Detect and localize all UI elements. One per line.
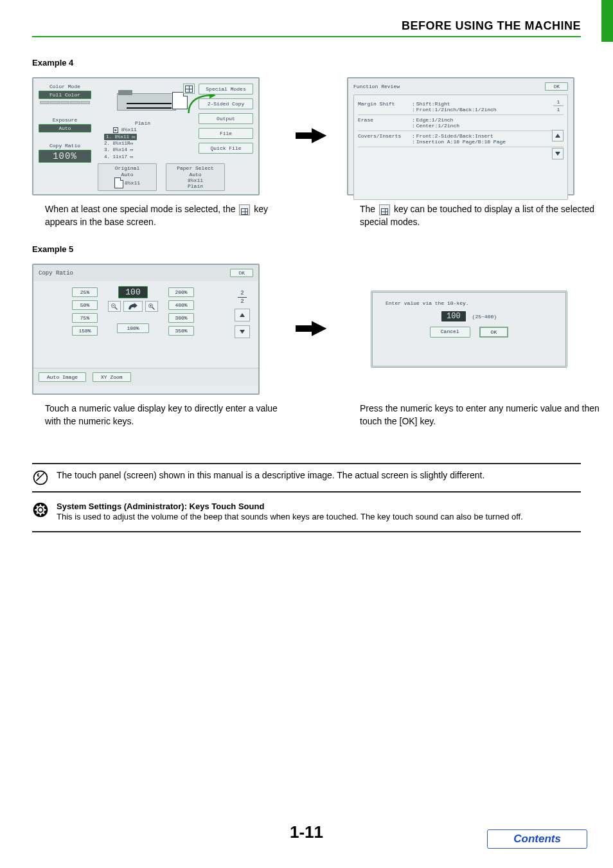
paper-select-card[interactable]: Paper Select Auto 8½x11 Plain [166, 163, 225, 191]
page-counter: 11 [553, 99, 564, 113]
copy-ratio-ok-button[interactable]: OK [230, 269, 253, 277]
preset-300-button[interactable]: 300% [168, 313, 194, 323]
example5-caption-left: Touch a numeric value display key to dir… [32, 402, 289, 428]
erase-label: Erase [358, 117, 408, 123]
svg-point-7 [34, 471, 48, 485]
example5-heading: Example 5 [32, 244, 581, 254]
exposure-label: Exposure [39, 117, 91, 123]
numeric-ok-button[interactable]: OK [479, 327, 509, 338]
copy-base-screen-panel: Color Mode Full Color Exposure Auto Copy… [32, 77, 260, 195]
list-key-icon [239, 204, 250, 215]
tray-1[interactable]: 1. 8½x11 ▭ [104, 134, 188, 140]
gear-icon [32, 502, 49, 518]
ratio-value-display[interactable]: 100 [118, 286, 147, 298]
preset-50-button[interactable]: 50% [72, 300, 98, 310]
scroll-down-button[interactable] [552, 148, 564, 159]
svg-line-1 [115, 307, 118, 309]
cursor-icon [127, 303, 139, 311]
preset-400-button[interactable]: 400% [168, 300, 194, 310]
page-icon [114, 177, 123, 188]
svg-point-9 [39, 509, 42, 512]
copy-ratio-panel: Copy Ratio OK 25% 50% 75% 150% 100 [32, 264, 260, 395]
tray-2[interactable]: 2. 8½x11R▭ [104, 140, 188, 147]
copy-ratio-label: Copy Ratio [39, 143, 91, 149]
paper-type-indicator: Plain ▶ 8½x11 [104, 120, 188, 132]
covers-inserts-label: Covers/Inserts [358, 133, 408, 139]
note-text: The touch panel (screen) shown in this m… [57, 469, 581, 482]
output-button[interactable]: Output [199, 113, 253, 124]
zoom-out-icon [111, 303, 118, 311]
xy-zoom-button[interactable]: XY Zoom [93, 372, 131, 382]
two-sided-copy-button[interactable]: 2-Sided Copy [199, 98, 253, 109]
color-mode-label: Color Mode [39, 84, 91, 89]
numeric-entry-panel: Enter value via the 10-key. 100 (25~400)… [371, 291, 567, 368]
function-review-panel: Function Review OK Margin Shift Shift:Ri… [347, 77, 574, 195]
example4-caption-left: When at least one special mode is select… [32, 203, 289, 228]
header-green-bar [601, 0, 613, 42]
preset-75-button[interactable]: 75% [72, 313, 98, 323]
list-key-icon [379, 204, 390, 215]
example4-caption-right: The key can be touched to display a list… [347, 203, 604, 228]
arrow-up-icon [240, 313, 245, 317]
preset-25-button[interactable]: 25% [72, 287, 98, 297]
scroll-up-button[interactable] [552, 130, 564, 141]
ratio-scroll-down-button[interactable] [235, 325, 250, 338]
tray-4[interactable]: 4. 11x17 ▭ [104, 154, 188, 160]
preset-350-button[interactable]: 350% [168, 326, 194, 336]
margin-shift-label: Margin Shift [358, 101, 408, 107]
special-modes-button[interactable]: Special Modes [199, 84, 253, 95]
arrow-down-icon [555, 152, 560, 156]
transition-arrow-icon [296, 126, 328, 147]
page-header: BEFORE USING THE MACHINE [32, 19, 581, 37]
quick-file-button[interactable]: Quick File [199, 143, 253, 154]
preset-150-button[interactable]: 150% [72, 326, 98, 336]
margin-shift-value: Shift:RightFront:1/2inch/Back:1/2inch [412, 101, 497, 113]
example5-caption-right: Press the numeric keys to enter any nume… [347, 402, 604, 428]
zoom-out-button[interactable] [108, 301, 121, 312]
preset-200-button[interactable]: 200% [168, 287, 194, 297]
preset-100-button[interactable]: 100% [117, 323, 148, 333]
original-card[interactable]: Original Auto 8½x11 [98, 163, 157, 191]
exposure-button[interactable]: Auto [39, 124, 91, 132]
system-settings-body: This is used to adjust the volume of the… [57, 511, 581, 523]
note-icon [32, 469, 49, 486]
erase-value: Edge:1/2inchCenter:1/2inch [412, 117, 459, 129]
arrow-down-icon [240, 330, 245, 334]
numeric-entry-msg: Enter value via the 10-key. [386, 300, 553, 306]
zoom-in-button[interactable] [145, 301, 158, 312]
covers-inserts-value: Front:2-Sided/Back:InsertInsertion A:10 … [412, 133, 506, 145]
zoom-in-icon [148, 303, 155, 311]
numeric-value-display: 100 [441, 311, 466, 321]
color-mode-segments [40, 101, 90, 104]
svg-line-4 [152, 307, 155, 309]
ratio-scroll-up-button[interactable] [235, 309, 250, 321]
contents-link[interactable]: Contents [487, 829, 587, 849]
example4-heading: Example 4 [32, 58, 581, 68]
system-settings-title: System Settings (Administrator): Keys To… [57, 502, 264, 511]
tray-list: 1. 8½x11 ▭ 2. 8½x11R▭ 3. 8½x14 ▭ 4. 11x1… [104, 134, 188, 160]
numeric-cancel-button[interactable]: Cancel [430, 327, 470, 338]
copy-ratio-button[interactable]: 100% [39, 150, 91, 163]
auto-image-button[interactable]: Auto Image [39, 372, 86, 382]
transition-arrow-icon [296, 319, 328, 340]
tray-3[interactable]: 3. 8½x14 ▭ [104, 147, 188, 153]
numeric-range-label: (25~400) [472, 314, 497, 320]
arrow-up-icon [555, 134, 560, 138]
color-mode-button[interactable]: Full Color [39, 91, 91, 99]
cursor-button[interactable] [123, 301, 143, 312]
file-button[interactable]: File [199, 128, 253, 139]
page-fraction: 22 [233, 290, 252, 305]
function-review-ok-button[interactable]: OK [545, 82, 568, 91]
scanner-illustration [104, 90, 188, 119]
function-review-title: Function Review [353, 84, 400, 89]
copy-ratio-title: Copy Ratio [39, 270, 73, 276]
